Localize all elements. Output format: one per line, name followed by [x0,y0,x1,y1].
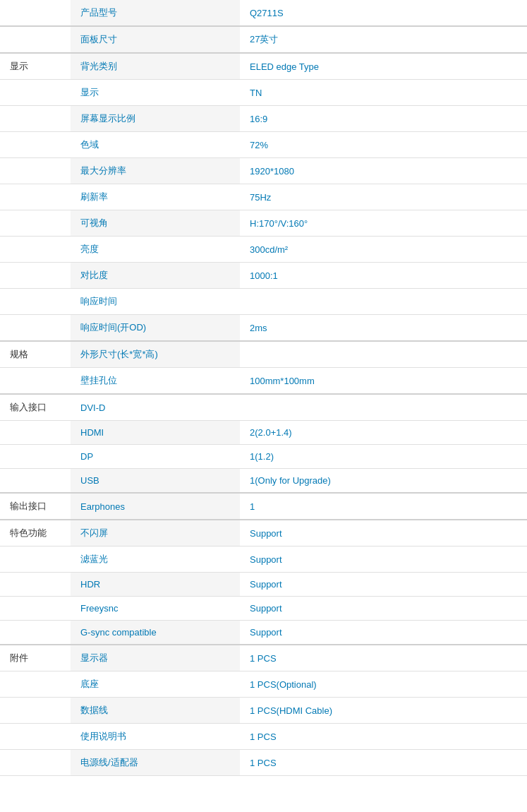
spec-value: Support [240,621,527,645]
spec-value: 1 [240,493,527,520]
spec-value: 27英寸 [240,26,527,53]
spec-label: 屏幕显示比例 [71,106,240,132]
spec-label: 刷新率 [71,184,240,210]
spec-value: 1 PCS [240,750,527,776]
spec-label: 面板尺寸 [71,26,240,53]
spec-value: 72% [240,132,527,158]
category-cell: 特色功能 [0,520,71,547]
spec-label: 显示 [71,80,240,106]
spec-value: 1 PCS(HDMI Cable) [240,698,527,724]
category-cell [0,0,71,26]
spec-value: 100mm*100mm [240,368,527,395]
spec-value: 300cd/m² [240,237,527,263]
spec-label: Earphones [71,493,240,520]
category-cell [0,132,71,158]
spec-value: Support [240,573,527,597]
spec-value: 1(1.2) [240,445,527,469]
category-cell [0,547,71,573]
spec-label: 数据线 [71,698,240,724]
category-cell [0,158,71,184]
spec-value: Support [240,597,527,621]
spec-label: G-sync compatible [71,621,240,645]
category-cell [0,237,71,263]
spec-label: 使用说明书 [71,724,240,750]
specs-table: 产品型号Q2711S面板尺寸27英寸显示背光类别ELED edge Type显示… [0,0,527,776]
spec-label: 产品型号 [71,0,240,26]
category-cell [0,597,71,621]
spec-value [240,394,527,421]
spec-value: 1 PCS [240,724,527,750]
spec-value [240,289,527,315]
category-cell [0,106,71,132]
category-cell: 输出接口 [0,493,71,520]
spec-value: H:170°/V:160° [240,210,527,237]
category-cell [0,263,71,289]
spec-value: ELED edge Type [240,53,527,80]
category-cell [0,26,71,53]
category-cell [0,184,71,210]
spec-value: 2ms [240,315,527,342]
category-cell [0,573,71,597]
category-cell [0,315,71,342]
category-cell [0,210,71,237]
category-cell [0,421,71,445]
spec-label: 底座 [71,671,240,698]
spec-value: 1920*1080 [240,158,527,184]
spec-label: 电源线/适配器 [71,750,240,776]
spec-value: Support [240,520,527,547]
category-cell [0,445,71,469]
category-cell [0,724,71,750]
spec-label: DP [71,445,240,469]
category-cell [0,621,71,645]
spec-value: 2(2.0+1.4) [240,421,527,445]
category-cell: 附件 [0,645,71,671]
spec-label: DVI-D [71,394,240,421]
spec-label: 亮度 [71,237,240,263]
category-cell [0,469,71,494]
category-cell: 显示 [0,53,71,80]
spec-value: TN [240,80,527,106]
spec-value: 75Hz [240,184,527,210]
spec-label: 不闪屏 [71,520,240,547]
spec-label: HDMI [71,421,240,445]
spec-label: 响应时间 [71,289,240,315]
category-cell: 输入接口 [0,394,71,421]
spec-label: 显示器 [71,645,240,671]
spec-value: 1(Only for Upgrade) [240,469,527,494]
spec-label: 壁挂孔位 [71,368,240,395]
spec-label: Freeysnc [71,597,240,621]
spec-value: Q2711S [240,0,527,26]
spec-value: 1 PCS [240,645,527,671]
spec-label: 背光类别 [71,53,240,80]
spec-value: 1000:1 [240,263,527,289]
category-cell [0,289,71,315]
category-cell: 规格 [0,341,71,368]
category-cell [0,698,71,724]
category-cell [0,368,71,395]
category-cell [0,671,71,698]
category-cell [0,750,71,776]
spec-label: 对比度 [71,263,240,289]
spec-label: 外形尺寸(长*宽*高) [71,341,240,368]
spec-value [240,341,527,368]
spec-label: HDR [71,573,240,597]
category-cell [0,80,71,106]
spec-label: 最大分辨率 [71,158,240,184]
spec-label: 响应时间(开OD) [71,315,240,342]
spec-value: 1 PCS(Optional) [240,671,527,698]
spec-value: 16:9 [240,106,527,132]
spec-label: 可视角 [71,210,240,237]
spec-label: 色域 [71,132,240,158]
spec-label: USB [71,469,240,494]
spec-value: Support [240,547,527,573]
spec-label: 滤蓝光 [71,547,240,573]
